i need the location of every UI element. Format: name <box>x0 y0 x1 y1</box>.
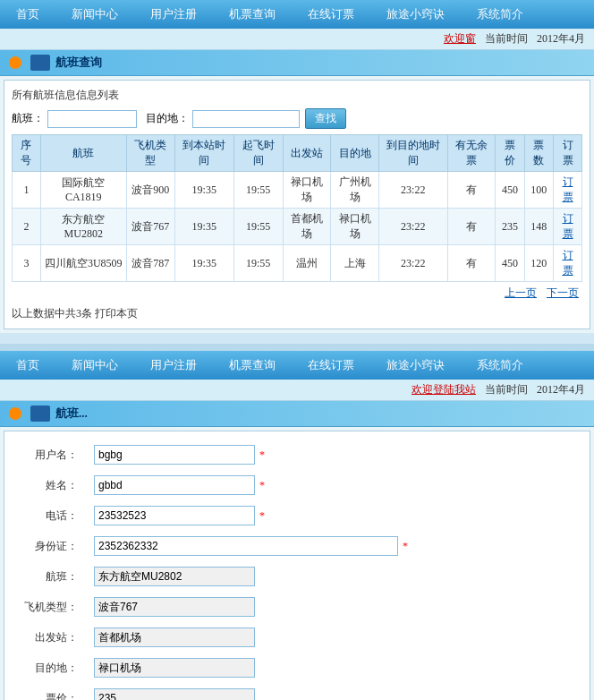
nav-tips-2[interactable]: 旅途小窍诀 <box>379 354 452 377</box>
nav-about-2[interactable]: 系统简介 <box>470 354 530 377</box>
from-input <box>94 627 255 647</box>
nav-register-1[interactable]: 用户注册 <box>143 3 204 26</box>
lower-section: 首页 新闻中心 用户注册 机票查询 在线订票 旅途小窍诀 系统简介 欢迎登陆我站… <box>0 351 594 700</box>
col-header-count: 票数 <box>524 135 553 172</box>
order-link[interactable]: 订票 <box>563 249 573 277</box>
section-title-1: 航班查询 <box>55 55 102 71</box>
col-header-price: 票价 <box>496 135 524 172</box>
to-input <box>94 658 255 678</box>
flight-input <box>94 567 255 586</box>
time-value-2: 2012年4月 <box>537 382 585 397</box>
section-icon-1 <box>30 55 50 71</box>
col-header-from: 出发站 <box>283 135 331 172</box>
price-label: 票价： <box>13 684 85 700</box>
col-header-depart: 起飞时间 <box>233 135 283 172</box>
nav-book-1[interactable]: 在线订票 <box>301 3 361 26</box>
username-label: 用户名： <box>13 440 85 469</box>
table-row: 1国际航空CA1819波音90019:3519:55禄口机场广州机场23:22有… <box>13 172 582 209</box>
section-icon-2 <box>30 405 50 422</box>
form-row-username: 用户名： * <box>13 440 581 469</box>
type-label: 飞机类型： <box>13 593 85 621</box>
form-row-phone: 电话： * <box>13 501 581 530</box>
nav-bar-2: 首页 新闻中心 用户注册 机票查询 在线订票 旅途小窍诀 系统简介 <box>0 351 594 380</box>
to-label: 目的地： <box>13 653 85 682</box>
left-indicator-2 <box>9 407 21 420</box>
search-bar: 航班： 目的地： 查找 <box>12 108 582 129</box>
search-button[interactable]: 查找 <box>305 108 346 129</box>
price-input <box>94 688 255 700</box>
next-page[interactable]: 下一页 <box>547 286 579 299</box>
upper-section: 首页 新闻中心 用户注册 机票查询 在线订票 旅途小窍诀 系统简介 欢迎窗 当前… <box>0 0 594 329</box>
col-header-action: 订票 <box>554 135 582 172</box>
flight-label: 航班： <box>13 562 85 591</box>
realname-input[interactable] <box>94 475 255 495</box>
form-row-to: 目的地： <box>13 653 581 682</box>
col-header-available: 有无余票 <box>447 135 496 172</box>
nav-bar-1: 首页 新闻中心 用户注册 机票查询 在线订票 旅途小窍诀 系统简介 <box>0 0 594 29</box>
time-label-1: 当前时间 <box>485 31 528 47</box>
flight-table: 序号 航班 飞机类型 到本站时间 起飞时间 出发站 目的地 到目的地时间 有无余… <box>12 134 582 282</box>
username-required: * <box>259 448 265 461</box>
realname-label: 姓名： <box>13 471 85 499</box>
flight-search-input[interactable] <box>47 110 137 128</box>
col-header-type: 飞机类型 <box>126 135 174 172</box>
order-link[interactable]: 订票 <box>563 175 573 203</box>
section-header-1: 航班查询 <box>0 50 594 76</box>
pagination: 上一页 下一页 <box>12 286 582 301</box>
nav-ticket-query-1[interactable]: 机票查询 <box>222 3 283 26</box>
col-header-dest-time: 到目的地时间 <box>378 135 447 172</box>
spacer <box>0 344 594 351</box>
form-row-from: 出发站： <box>13 623 581 652</box>
content-area-1: 所有航班信息信息列表 航班： 目的地： 查找 序号 航班 飞机类型 到本站时间 … <box>4 80 590 329</box>
col-header-flight: 航班 <box>40 135 126 172</box>
form-row-type: 飞机类型： <box>13 593 581 621</box>
left-indicator-1 <box>9 56 21 69</box>
col-header-arrive: 到本站时间 <box>174 135 233 172</box>
welcome-link-1[interactable]: 欢迎窗 <box>444 31 476 47</box>
from-label: 出发站： <box>13 623 85 652</box>
form-row-id: 身份证： * <box>13 532 581 560</box>
subtitle-1: 所有航班信息信息列表 <box>12 88 582 103</box>
content-area-2: 用户名： * 姓名： * 电话： * <box>4 431 590 700</box>
nav-news-1[interactable]: 新闻中心 <box>64 3 125 26</box>
nav-ticket-query-2[interactable]: 机票查询 <box>222 354 283 377</box>
section-divider <box>0 333 594 344</box>
nav-register-2[interactable]: 用户注册 <box>143 354 204 377</box>
nav-news-2[interactable]: 新闻中心 <box>64 354 125 377</box>
realname-required: * <box>259 479 265 491</box>
phone-required: * <box>259 509 265 522</box>
time-label-2: 当前时间 <box>485 382 528 397</box>
nav-home-2[interactable]: 首页 <box>9 354 47 377</box>
nav-book-2[interactable]: 在线订票 <box>301 354 361 377</box>
dest-search-label: 目的地： <box>146 111 189 126</box>
col-header-id: 序号 <box>13 135 41 172</box>
nav-tips-1[interactable]: 旅途小窍诀 <box>379 3 452 26</box>
form-row-price: 票价： <box>13 684 581 700</box>
booking-form: 用户名： * 姓名： * 电话： * <box>12 439 582 700</box>
table-row: 2东方航空MU2802波音76719:3519:55首都机场禄口机场23:22有… <box>13 209 582 245</box>
info-bar-1: 欢迎窗 当前时间 2012年4月 <box>0 29 594 50</box>
username-input[interactable] <box>94 445 255 465</box>
form-row-flight: 航班： <box>13 562 581 591</box>
footer-note: 以上数据中共3条 打印本页 <box>12 306 582 321</box>
time-value-1: 2012年4月 <box>537 31 585 47</box>
info-bar-2: 欢迎登陆我站 当前时间 2012年4月 <box>0 380 594 401</box>
flight-search-label: 航班： <box>12 111 44 126</box>
section-title-2: 航班... <box>55 405 88 422</box>
phone-input[interactable] <box>94 506 255 525</box>
table-row: 3四川航空3U8509波音78719:3519:55温州上海23:22有4501… <box>13 245 582 282</box>
col-header-to: 目的地 <box>331 135 379 172</box>
phone-label: 电话： <box>13 501 85 530</box>
id-required: * <box>403 540 408 552</box>
form-row-realname: 姓名： * <box>13 471 581 499</box>
dest-search-input[interactable] <box>192 110 300 128</box>
id-input[interactable] <box>94 536 398 556</box>
nav-about-1[interactable]: 系统简介 <box>470 3 530 26</box>
type-input <box>94 597 255 617</box>
order-link[interactable]: 订票 <box>563 212 573 240</box>
prev-page[interactable]: 上一页 <box>505 286 537 299</box>
id-label: 身份证： <box>13 532 85 560</box>
nav-home-1[interactable]: 首页 <box>9 3 47 26</box>
welcome-link-2[interactable]: 欢迎登陆我站 <box>412 382 476 397</box>
section-header-2: 航班... <box>0 401 594 427</box>
